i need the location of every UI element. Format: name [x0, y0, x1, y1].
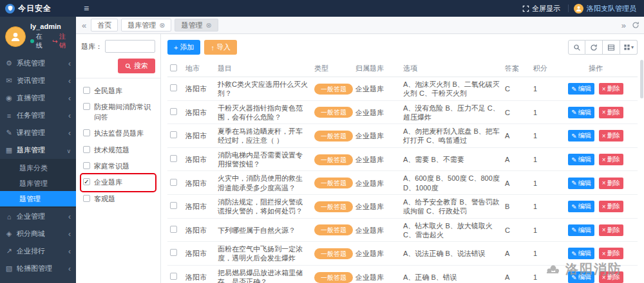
row-checkbox[interactable] [170, 202, 177, 209]
delete-icon: × [602, 109, 606, 116]
fullscreen-button[interactable]: 全屏显示 [517, 4, 565, 14]
bank-filter-input[interactable] [105, 40, 155, 53]
brand[interactable]: 今日安全 [0, 3, 76, 14]
tab[interactable]: 首页 ⊗ [91, 19, 118, 32]
bank-option[interactable]: 客观题 [81, 191, 155, 207]
vertical-scrollbar[interactable] [640, 60, 643, 98]
delete-button[interactable]: × 删除 [599, 271, 623, 283]
tab[interactable]: 题管理 ⊗ [175, 19, 218, 32]
row-checkbox[interactable] [170, 131, 177, 138]
logout-button[interactable]: ↪ 注销 [52, 32, 71, 50]
row-checkbox[interactable] [170, 155, 177, 162]
checkbox[interactable] [83, 162, 90, 169]
sidebar-item[interactable]: ⚙ 系统管理 [0, 55, 76, 72]
sidebar-item[interactable]: ◈ 积分商城 [0, 225, 76, 242]
bank-option[interactable]: 全民题库 [81, 83, 155, 99]
edit-icon: ✎ [571, 86, 576, 93]
chevron-icon [68, 247, 71, 256]
tab-close-icon[interactable]: ⊗ [205, 21, 211, 30]
bank-option[interactable]: 家庭常识题 [81, 158, 155, 174]
sidebar-item[interactable]: ✉ 资讯管理 [0, 72, 76, 89]
bank-cell: 企业题库 [353, 100, 401, 124]
tab-label: 题库管理 [128, 21, 156, 30]
delete-button[interactable]: × 删除 [599, 248, 623, 259]
row-checkbox[interactable] [170, 249, 177, 256]
row-checkbox[interactable] [170, 179, 177, 186]
tabs-scroll-right-icon[interactable]: » [620, 21, 627, 30]
menu-toggle-icon[interactable]: ≡ [76, 3, 97, 14]
points-cell: 1 [531, 100, 554, 124]
sidebar-item-label: 企业管理 [17, 212, 45, 221]
checkbox[interactable] [83, 178, 90, 185]
bank-option[interactable]: 企业题库 [81, 174, 155, 190]
delete-button[interactable]: × 删除 [599, 224, 623, 236]
bank-option-label: 企业题库 [94, 178, 122, 187]
sidebar-item[interactable]: ⌂ 企业管理 [0, 208, 76, 225]
edit-button[interactable]: ✎ 编辑 [568, 107, 594, 118]
sidebar-item-icon: ▦ [5, 146, 13, 154]
edit-label: 编辑 [578, 108, 591, 117]
answer-cell: A [502, 171, 531, 195]
delete-button[interactable]: × 删除 [599, 83, 623, 95]
row-select-cell [167, 194, 183, 218]
sidebar-subitem[interactable]: 题管理 [0, 191, 76, 206]
checkbox[interactable] [83, 87, 90, 94]
bank-option[interactable]: 防疫期间消防常识问答 [81, 99, 155, 125]
columns-dropdown-button[interactable]: ▾ [620, 40, 638, 55]
checkbox[interactable] [83, 103, 90, 110]
sidebar-subitem[interactable]: 题库分类 [0, 160, 76, 176]
add-button[interactable]: + 添加 [167, 40, 200, 55]
bank-option[interactable]: 技术规范题 [81, 142, 155, 158]
chevron-icon [68, 212, 71, 221]
topbar-user-menu[interactable]: 洛阳支队管理员 [571, 4, 644, 14]
edit-button[interactable]: ✎ 编辑 [568, 130, 594, 142]
edit-button[interactable]: ✎ 编辑 [568, 248, 594, 259]
delete-button[interactable]: × 删除 [599, 130, 623, 142]
edit-button[interactable]: ✎ 编辑 [568, 154, 594, 165]
delete-button[interactable]: × 删除 [599, 154, 623, 165]
delete-button[interactable]: × 删除 [599, 178, 623, 189]
select-all-checkbox[interactable] [170, 64, 177, 71]
edit-button[interactable]: ✎ 编辑 [568, 178, 594, 189]
sidebar-item[interactable]: ✎ 课程管理 [0, 124, 76, 142]
tab[interactable]: 题库管理 ⊗ [121, 19, 171, 32]
delete-button[interactable]: × 删除 [599, 107, 623, 118]
sidebar-item[interactable]: ◉ 直播管理 [0, 89, 76, 107]
delete-button[interactable]: × 删除 [599, 201, 623, 212]
question-cell: 面粉在空气中飞扬到一定浓度，遇明火后会发生爆炸 [215, 242, 312, 266]
profile-avatar[interactable] [5, 26, 26, 47]
upload-icon: ↑ [211, 44, 214, 51]
operations-cell: ✎ 编辑 × 删除 [554, 171, 638, 195]
sidebar-subitem[interactable]: 题库管理 [0, 176, 76, 191]
table-view-button[interactable] [603, 40, 620, 55]
tab-close-icon[interactable]: ⊗ [159, 21, 165, 30]
sidebar-item[interactable]: ▦ 题库管理 [0, 142, 76, 159]
checkbox[interactable] [83, 195, 90, 202]
type-cell: 一般答题 [312, 218, 353, 242]
checkbox[interactable] [83, 146, 90, 153]
search-icon [125, 63, 131, 69]
sidebar-submenu: 题库分类 题库管理 题管理 [0, 159, 76, 208]
sidebar-item[interactable]: ≡ 任务管理 [0, 107, 76, 124]
table-search-button[interactable] [568, 40, 585, 55]
tabs-scroll-left-icon[interactable]: « [80, 21, 88, 30]
delete-icon: × [602, 226, 606, 233]
search-label: 搜索 [134, 61, 148, 71]
import-button[interactable]: ↑ 导入 [204, 40, 237, 55]
sidebar-item[interactable]: ↗ 企业排行 [0, 242, 76, 260]
edit-button[interactable]: ✎ 编辑 [568, 271, 594, 283]
refresh-tab-icon[interactable] [632, 21, 639, 29]
table-refresh-button[interactable] [585, 40, 603, 55]
row-checkbox[interactable] [170, 108, 177, 115]
edit-button[interactable]: ✎ 编辑 [568, 201, 594, 212]
delete-icon: × [602, 250, 606, 257]
sidebar-item[interactable]: ▧ 轮播图管理 [0, 260, 76, 277]
row-checkbox[interactable] [170, 84, 177, 91]
edit-button[interactable]: ✎ 编辑 [568, 224, 594, 236]
edit-button[interactable]: ✎ 编辑 [568, 83, 594, 95]
row-checkbox[interactable] [170, 226, 177, 233]
checkbox[interactable] [83, 129, 90, 136]
search-button[interactable]: 搜索 [118, 59, 155, 73]
row-checkbox[interactable] [170, 273, 177, 280]
bank-option[interactable]: 执法监督员题库 [81, 125, 155, 142]
